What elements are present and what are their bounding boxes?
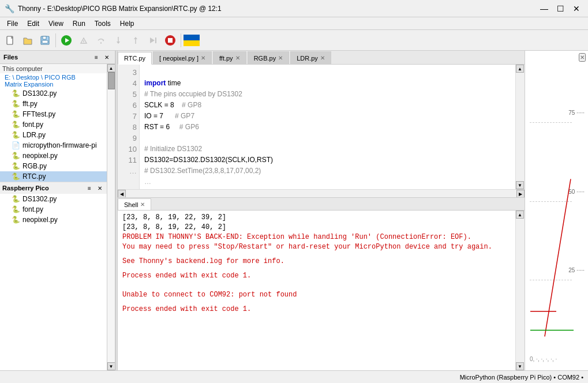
line-num-ellipsis: … — [118, 166, 137, 177]
step-over-button[interactable] — [93, 32, 109, 48]
file-icon-font: 🐍 — [12, 121, 20, 129]
step-into-button[interactable] — [110, 32, 126, 48]
shell-scroll-down[interactable]: ▼ — [516, 362, 524, 370]
shell-content-area: [23, 8, 8, 19, 22, 39, 2] [23, 8, 8, 19,… — [118, 211, 525, 370]
scroll-track[interactable] — [107, 72, 115, 362]
file-icon-neopixel: 🐍 — [12, 152, 20, 160]
tab-close-neopixel[interactable]: ✕ — [201, 55, 205, 61]
pico-file-name-ds1302: DS1302.py — [23, 195, 57, 203]
file-rtc[interactable]: 🐍 RTC.py — [0, 171, 107, 182]
editor-scroll-left[interactable]: ◀ — [118, 190, 126, 198]
file-font[interactable]: 🐍 font.py — [0, 119, 107, 130]
tab-close-fft[interactable]: ✕ — [235, 55, 240, 61]
stop-button[interactable] — [162, 32, 178, 48]
main-area: Files ≡ ✕ This computer E: \ Desktop \ P… — [0, 51, 588, 370]
resume-button[interactable] — [145, 32, 161, 48]
editor-scroll-right[interactable]: ▶ — [516, 190, 525, 198]
pico-file-ds1302[interactable]: 🐍 DS1302.py — [0, 194, 107, 204]
graph-area: ✕ 75 ····· 50 ····· 25 ····· — [525, 51, 588, 370]
tab-close-rgb[interactable]: ✕ — [278, 55, 283, 61]
tab-close-ldr[interactable]: ✕ — [320, 55, 325, 61]
close-button[interactable]: ✕ — [570, 3, 583, 14]
editor-hscroll[interactable]: ◀ ▶ — [118, 189, 525, 197]
shell-tab-close[interactable]: ✕ — [140, 201, 145, 208]
editor-scroll-track[interactable] — [516, 73, 525, 181]
pico-close-button[interactable]: ✕ — [95, 183, 104, 193]
shell-scroll-up[interactable]: ▲ — [516, 211, 524, 219]
menu-view[interactable]: View — [44, 18, 68, 29]
file-ffttest[interactable]: 🐍 FFTtest.py — [0, 109, 107, 119]
new-file-button[interactable] — [2, 32, 18, 48]
line-num-3: 3 — [118, 67, 137, 78]
files-panel-title: Files — [3, 54, 18, 61]
menu-tools[interactable]: Tools — [90, 18, 115, 29]
file-icon-ds1302: 🐍 — [12, 89, 20, 97]
file-name-rgb: RGB.py — [23, 162, 47, 170]
save-file-button[interactable] — [37, 32, 53, 48]
menu-help[interactable]: Help — [115, 18, 139, 29]
line-num-11: 11 — [118, 155, 137, 166]
tab-label-fft: fft.py — [219, 55, 233, 62]
shell-line-blank2 — [122, 266, 511, 271]
tab-neopixel[interactable]: [ neopixel.py ] ✕ — [153, 51, 212, 64]
pico-file-neopixel[interactable]: 🐍 neopixel.py — [0, 215, 107, 225]
shell-scroll-track[interactable] — [516, 219, 525, 362]
tab-fft[interactable]: fft.py ✕ — [213, 51, 246, 64]
file-name-rtc: RTC.py — [23, 172, 46, 181]
run-button[interactable] — [58, 32, 74, 48]
tab-rtc[interactable]: RTC.py — [118, 52, 152, 65]
tab-label-rgb: RGB.py — [254, 55, 276, 62]
file-name-neopixel: neopixel.py — [23, 152, 58, 160]
file-ds1302[interactable]: 🐍 DS1302.py — [0, 88, 107, 99]
file-name-font: font.py — [23, 121, 43, 129]
svg-marker-14 — [134, 37, 137, 39]
line-num-4: 4 — [118, 78, 137, 89]
step-out-button[interactable] — [128, 32, 144, 48]
pico-section: Raspberry Pico ≡ ✕ — [0, 182, 107, 194]
maximize-button[interactable]: ☐ — [553, 3, 567, 14]
pico-file-font[interactable]: 🐍 font.py — [0, 204, 107, 215]
minimize-button[interactable]: — — [537, 3, 551, 14]
shell-tab[interactable]: Shell ✕ — [118, 198, 151, 210]
line-num-7: 7 — [118, 111, 137, 122]
file-micropython[interactable]: 📄 micropython-firmware-pi — [0, 140, 107, 151]
current-path[interactable]: E: \ Desktop \ PICO RGBMatrix Expansion — [0, 73, 107, 88]
scroll-thumb[interactable] — [108, 72, 115, 89]
editor-hscroll-track[interactable] — [126, 190, 516, 197]
editor-scrollbar[interactable]: ▲ ▼ — [515, 65, 525, 189]
file-neopixel[interactable]: 🐍 neopixel.py — [0, 151, 107, 161]
svg-marker-15 — [150, 37, 155, 43]
panel-menu-button[interactable]: ≡ — [92, 52, 101, 62]
tab-rgb[interactable]: RGB.py ✕ — [248, 51, 290, 64]
file-rgb[interactable]: 🐍 RGB.py — [0, 161, 107, 171]
toolbar — [0, 30, 588, 51]
pico-section-title: Raspberry Pico — [2, 185, 49, 191]
menu-edit[interactable]: Edit — [23, 18, 44, 29]
editor-scroll-up[interactable]: ▲ — [516, 65, 524, 73]
file-ldr[interactable]: 🐍 LDR.py — [0, 130, 107, 140]
scroll-up-button[interactable]: ▲ — [107, 64, 115, 72]
file-fft[interactable]: 🐍 fft.py — [0, 99, 107, 109]
editor-container: 3 4 5 6 7 8 9 10 11 … import time # The … — [118, 65, 525, 189]
panel-close-button[interactable]: ✕ — [102, 52, 111, 62]
shell-line-blank1 — [122, 252, 511, 257]
menu-run[interactable]: Run — [68, 18, 90, 29]
code-editor[interactable]: import time # The pins occupied by DS130… — [140, 65, 515, 189]
scroll-down-button[interactable]: ▼ — [107, 362, 115, 370]
sidebar-scrollbar[interactable]: ▲ ▼ — [107, 64, 115, 370]
shell-line-4: You may need to press "Stop/Restart" or … — [122, 242, 511, 252]
pico-menu-button[interactable]: ≡ — [85, 183, 94, 193]
pico-file-name-font: font.py — [23, 205, 43, 213]
app-icon: 🔧 — [5, 4, 14, 13]
file-name-ds1302: DS1302.py — [23, 89, 57, 97]
open-file-button[interactable] — [20, 32, 36, 48]
shell-scrollbar[interactable]: ▲ ▼ — [515, 211, 525, 370]
line-num-10: 10 — [118, 144, 137, 155]
tab-ldr[interactable]: LDR.py ✕ — [290, 51, 331, 64]
pico-file-name-neopixel: neopixel.py — [23, 216, 58, 224]
menu-file[interactable]: File — [2, 18, 23, 29]
shell-line-3: PROBLEM IN THONNY'S BACK-END: Exception … — [122, 232, 511, 242]
editor-scroll-down[interactable]: ▼ — [516, 181, 524, 189]
debug-button[interactable] — [76, 32, 92, 48]
shell-output[interactable]: [23, 8, 8, 19, 22, 39, 2] [23, 8, 8, 19,… — [118, 211, 515, 370]
